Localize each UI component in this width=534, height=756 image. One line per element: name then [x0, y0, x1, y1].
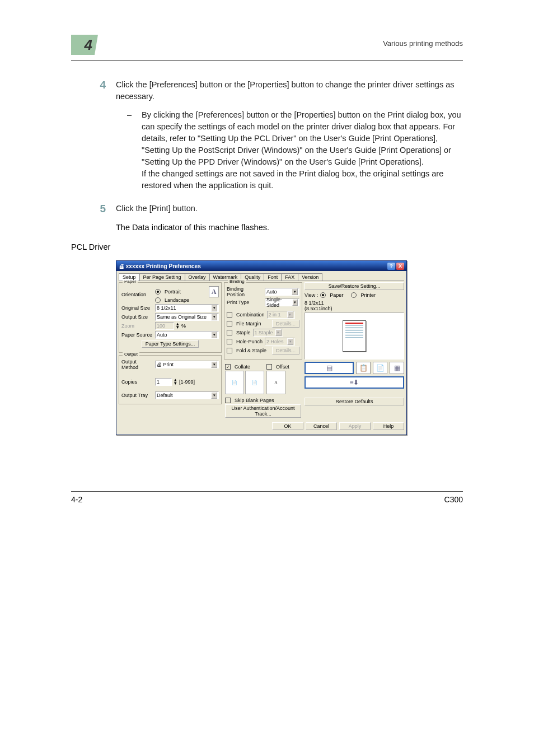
layout-icon-2[interactable]: 📋 — [356, 362, 371, 374]
step5-text: Click the [Print] button. — [116, 203, 463, 215]
output-group-legend: Output — [123, 352, 139, 357]
zoom-label: Zoom — [121, 323, 153, 329]
file-margin-details-button: Details... — [272, 320, 299, 328]
tab-fax[interactable]: FAX — [281, 273, 298, 281]
preview-size-2: (8.5x11inch) — [305, 306, 404, 311]
apply-button: Apply — [339, 422, 371, 430]
portrait-label: Portrait — [165, 289, 181, 295]
step5-number: 5 — [71, 203, 116, 215]
binding-position-select[interactable]: Auto▾ — [265, 288, 299, 296]
portrait-radio[interactable] — [155, 289, 161, 295]
zoom-input: 100 — [155, 322, 174, 330]
tab-overlay[interactable]: Overlay — [185, 273, 210, 281]
step4-text: Click the [Preferences] button or the [P… — [116, 79, 463, 102]
landscape-label: Landscape — [165, 297, 189, 303]
close-button[interactable]: X — [396, 263, 404, 270]
paper-type-settings-button[interactable]: Paper Type Settings... — [142, 340, 199, 348]
step5-after: The Data indicator of this machine flash… — [116, 222, 463, 234]
layout-icon-1[interactable]: ▤ — [305, 362, 354, 374]
fold-staple-check[interactable] — [227, 348, 232, 353]
skip-blank-check[interactable] — [225, 398, 231, 403]
collate-preview-2: 📄 — [245, 371, 264, 394]
paper-source-select[interactable]: Auto▾ — [155, 331, 219, 339]
output-size-label: Output Size — [121, 314, 153, 320]
view-paper-radio[interactable] — [320, 292, 326, 298]
dialog-titlebar[interactable]: 🖨 xxxxxx Printing Preferences ? X — [116, 261, 406, 271]
file-margin-label: File Margin — [236, 321, 261, 326]
layout-icon-4[interactable]: ▦ — [390, 362, 404, 374]
step4-subtext: By clicking the [Preferences] button or … — [127, 109, 463, 192]
offset-preview: A — [266, 371, 285, 394]
footer-left: 4-2 — [71, 495, 82, 504]
collate-check[interactable] — [225, 364, 231, 370]
file-margin-check[interactable] — [227, 321, 232, 326]
layout-icon-3[interactable]: 📄 — [373, 362, 387, 374]
tab-per-page[interactable]: Per Page Setting — [139, 273, 185, 281]
footer-right: C300 — [444, 495, 463, 504]
help-button[interactable]: ? — [387, 263, 395, 270]
paper-source-label: Paper Source — [121, 332, 153, 338]
zoom-pct: % — [181, 323, 186, 329]
print-type-select[interactable]: Single-Sided▾ — [265, 298, 299, 306]
landscape-radio[interactable] — [155, 297, 161, 303]
collate-preview-1: 📄 — [225, 371, 244, 394]
step4-number: 4 — [71, 79, 116, 102]
view-paper-label: Paper — [330, 292, 343, 298]
offset-check[interactable] — [266, 364, 272, 370]
output-method-label: Output Method — [121, 359, 153, 370]
copies-input[interactable]: 1 — [155, 378, 172, 386]
view-printer-label: Printer — [360, 292, 376, 298]
preview-size-1: 8 1/2x11 — [305, 300, 404, 306]
chapter-number: 4 — [71, 35, 95, 55]
fold-staple-label: Fold & Staple — [236, 348, 266, 353]
top-rule — [71, 60, 463, 61]
hole-punch-select: 2 Holes▾ — [265, 338, 295, 346]
binding-position-label: Binding Position — [227, 286, 263, 297]
view-label: View : — [305, 292, 318, 298]
copies-range: [1-999] — [179, 379, 195, 385]
original-size-label: Original Size — [121, 305, 153, 311]
section-title: Various printing methods — [383, 39, 463, 48]
staple-select: 1 Staple▾ — [253, 329, 283, 337]
restore-defaults-button[interactable]: Restore Defaults — [305, 398, 404, 405]
collate-label: Collate — [235, 364, 250, 370]
cancel-button[interactable]: Cancel — [306, 422, 337, 430]
output-tray-select[interactable]: Default▾ — [155, 391, 219, 399]
tab-version[interactable]: Version — [298, 273, 322, 281]
layout-icon-5[interactable]: ≡⬇ — [305, 376, 404, 389]
pcl-driver-caption: PCL Driver — [71, 242, 463, 251]
orientation-label: Orientation — [121, 292, 153, 297]
ok-button[interactable]: OK — [272, 422, 303, 430]
staple-check[interactable] — [227, 330, 232, 335]
offset-label: Offset — [276, 364, 289, 370]
combination-label: Combination — [236, 312, 265, 318]
view-printer-radio[interactable] — [351, 292, 357, 298]
tab-font[interactable]: Font — [264, 273, 282, 281]
staple-label: Staple — [236, 330, 251, 335]
hole-punch-label: Hole-Punch — [236, 339, 263, 344]
tab-setup[interactable]: Setup — [119, 273, 140, 281]
printing-preferences-dialog: 🖨 xxxxxx Printing Preferences ? X Setup … — [116, 260, 407, 435]
output-tray-label: Output Tray — [121, 393, 153, 398]
print-type-label: Print Type — [227, 300, 263, 305]
fold-details-button: Details... — [272, 347, 299, 354]
user-auth-button[interactable]: User Authentication/Account Track... — [225, 404, 301, 418]
skip-blank-label: Skip Blank Pages — [235, 398, 274, 403]
orientation-a-icon: A — [209, 286, 219, 297]
page-preview — [305, 312, 404, 360]
output-method-select[interactable]: 🖨 Print▾ — [155, 361, 219, 368]
binding-group-legend: Binding — [228, 279, 246, 284]
copies-label: Copies — [121, 379, 153, 385]
dialog-help-button[interactable]: Help — [373, 422, 404, 430]
combination-check[interactable] — [227, 312, 232, 318]
save-restore-button[interactable]: Save/Restore Setting... — [305, 282, 404, 290]
hole-punch-check[interactable] — [227, 339, 232, 344]
combination-select: 2 in 1▾ — [267, 311, 295, 319]
dialog-title: 🖨 xxxxxx Printing Preferences — [119, 263, 201, 269]
output-size-select[interactable]: Same as Original Size▾ — [155, 313, 219, 321]
original-size-select[interactable]: 8 1/2x11▾ — [155, 304, 219, 312]
